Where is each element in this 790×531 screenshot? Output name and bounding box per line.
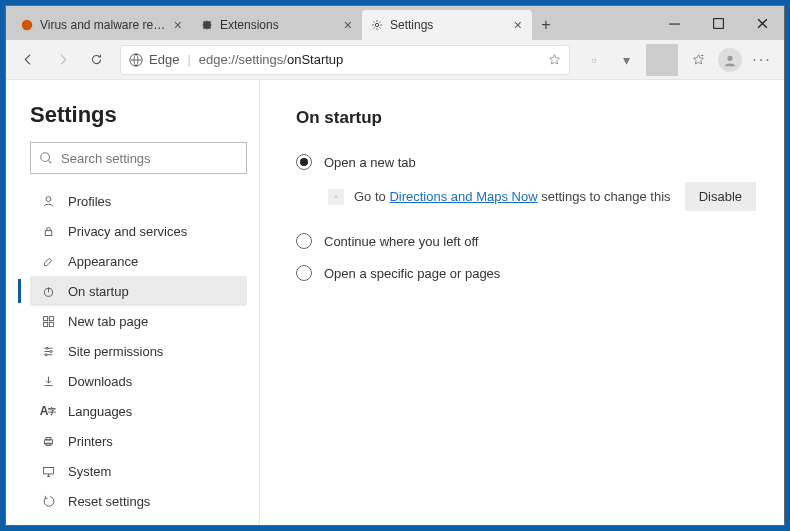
favorites-icon[interactable] bbox=[682, 44, 714, 76]
svg-point-0 bbox=[22, 20, 33, 31]
main-pane: On startup Open a new tab ▫ Go to Direct… bbox=[260, 80, 784, 525]
sidebar-item-label: New tab page bbox=[68, 314, 148, 329]
toolbar: ▫ ▾ ··· bbox=[578, 44, 778, 76]
page-title: Settings bbox=[30, 102, 247, 128]
sidebar-item-label: Printers bbox=[68, 434, 113, 449]
reset-icon bbox=[40, 495, 56, 508]
sidebar-item-languages[interactable]: A字 Languages bbox=[30, 396, 247, 426]
new-tab-button[interactable]: + bbox=[532, 10, 560, 40]
site-identity: Edge bbox=[129, 52, 179, 67]
sidebar-item-label: Appearance bbox=[68, 254, 138, 269]
svg-rect-18 bbox=[46, 437, 51, 439]
maximize-button[interactable] bbox=[696, 6, 740, 40]
close-icon[interactable]: × bbox=[172, 17, 184, 33]
svg-rect-3 bbox=[713, 18, 723, 28]
sliders-icon bbox=[40, 345, 56, 358]
sidebar-item-downloads[interactable]: Downloads bbox=[30, 366, 247, 396]
sidebar-item-sitepermissions[interactable]: Site permissions bbox=[30, 336, 247, 366]
sidebar-item-label: System bbox=[68, 464, 111, 479]
svg-point-16 bbox=[45, 353, 47, 355]
svg-rect-8 bbox=[45, 230, 52, 235]
person-icon bbox=[40, 195, 56, 208]
printer-icon bbox=[40, 435, 56, 448]
sidebar-item-label: Site permissions bbox=[68, 344, 163, 359]
svg-point-1 bbox=[375, 23, 378, 26]
search-input[interactable] bbox=[61, 151, 238, 166]
forward-button[interactable] bbox=[46, 44, 78, 76]
back-button[interactable] bbox=[12, 44, 44, 76]
radio-label: Continue where you left off bbox=[324, 234, 478, 249]
radio-specific-page[interactable]: Open a specific page or pages bbox=[296, 257, 756, 289]
sidebar-item-label: Downloads bbox=[68, 374, 132, 389]
lock-icon bbox=[40, 225, 56, 238]
radio-icon bbox=[296, 265, 312, 281]
svg-rect-2 bbox=[669, 23, 680, 24]
more-menu-button[interactable]: ··· bbox=[746, 44, 778, 76]
sidebar-item-newtab[interactable]: New tab page bbox=[30, 306, 247, 336]
sidebar-item-appearance[interactable]: Appearance bbox=[30, 246, 247, 276]
radio-icon bbox=[296, 154, 312, 170]
sidebar-item-profiles[interactable]: Profiles bbox=[30, 186, 247, 216]
sidebar-item-label: Languages bbox=[68, 404, 132, 419]
download-icon bbox=[40, 375, 56, 388]
sidebar-item-printers[interactable]: Printers bbox=[30, 426, 247, 456]
svg-rect-13 bbox=[49, 322, 53, 326]
sidebar-item-privacy[interactable]: Privacy and services bbox=[30, 216, 247, 246]
svg-rect-10 bbox=[43, 316, 47, 320]
sidebar: Settings Profiles Privacy and services A… bbox=[6, 80, 260, 525]
puzzle-icon bbox=[200, 18, 214, 32]
language-icon: A字 bbox=[40, 404, 56, 418]
favicon-icon bbox=[20, 18, 34, 32]
close-icon[interactable]: × bbox=[342, 17, 354, 33]
grid-icon bbox=[40, 315, 56, 328]
divider bbox=[646, 44, 678, 76]
sidebar-item-system[interactable]: System bbox=[30, 456, 247, 486]
sidebar-item-label: Profiles bbox=[68, 194, 111, 209]
radio-label: Open a new tab bbox=[324, 155, 416, 170]
address-bar: Edge | edge://settings/onStartup ▫ ▾ ··· bbox=[6, 40, 784, 80]
sidebar-item-label: Reset settings bbox=[68, 494, 150, 509]
ext-link[interactable]: Directions and Maps Now bbox=[389, 189, 537, 204]
sidebar-item-about[interactable]: About Microsoft Edge bbox=[30, 516, 247, 525]
tab-3[interactable]: Settings × bbox=[362, 10, 532, 40]
extension-icon[interactable]: ▫ bbox=[578, 44, 610, 76]
close-icon[interactable]: × bbox=[512, 17, 524, 33]
extension-override-row: ▫ Go to Directions and Maps Now settings… bbox=[328, 182, 756, 211]
tab-title: Extensions bbox=[220, 18, 336, 32]
svg-point-5 bbox=[727, 55, 732, 60]
refresh-button[interactable] bbox=[80, 44, 112, 76]
tab-strip: Virus and malware removal instr × Extens… bbox=[6, 6, 652, 40]
extension-small-icon: ▫ bbox=[328, 189, 344, 205]
tab-title: Virus and malware removal instr bbox=[40, 18, 166, 32]
title-bar: Virus and malware removal instr × Extens… bbox=[6, 6, 784, 40]
svg-point-15 bbox=[49, 350, 51, 352]
downloads-icon[interactable]: ▾ bbox=[610, 44, 642, 76]
svg-point-14 bbox=[45, 347, 47, 349]
section-heading: On startup bbox=[296, 108, 756, 128]
radio-continue[interactable]: Continue where you left off bbox=[296, 225, 756, 257]
svg-rect-20 bbox=[43, 467, 53, 474]
tab-1[interactable]: Virus and malware removal instr × bbox=[12, 10, 192, 40]
close-window-button[interactable] bbox=[740, 6, 784, 40]
sidebar-item-label: On startup bbox=[68, 284, 129, 299]
paint-icon bbox=[40, 255, 56, 268]
radio-label: Open a specific page or pages bbox=[324, 266, 500, 281]
radio-open-new-tab[interactable]: Open a new tab bbox=[296, 146, 756, 178]
omnibox[interactable]: Edge | edge://settings/onStartup bbox=[120, 45, 570, 75]
disable-button[interactable]: Disable bbox=[685, 182, 756, 211]
minimize-button[interactable] bbox=[652, 6, 696, 40]
power-icon bbox=[40, 285, 56, 298]
engine-label: Edge bbox=[149, 52, 179, 67]
sidebar-item-reset[interactable]: Reset settings bbox=[30, 486, 247, 516]
edge-icon bbox=[40, 525, 56, 526]
url-text: edge://settings/onStartup bbox=[199, 52, 344, 67]
profile-avatar[interactable] bbox=[714, 44, 746, 76]
favorite-icon[interactable] bbox=[548, 53, 561, 66]
nav-list: Profiles Privacy and services Appearance… bbox=[30, 186, 247, 525]
tab-2[interactable]: Extensions × bbox=[192, 10, 362, 40]
gear-icon bbox=[370, 18, 384, 32]
sidebar-item-onstartup[interactable]: On startup bbox=[30, 276, 247, 306]
search-box[interactable] bbox=[30, 142, 247, 174]
svg-point-6 bbox=[41, 153, 50, 162]
ext-message: Go to Directions and Maps Now settings t… bbox=[354, 189, 671, 204]
